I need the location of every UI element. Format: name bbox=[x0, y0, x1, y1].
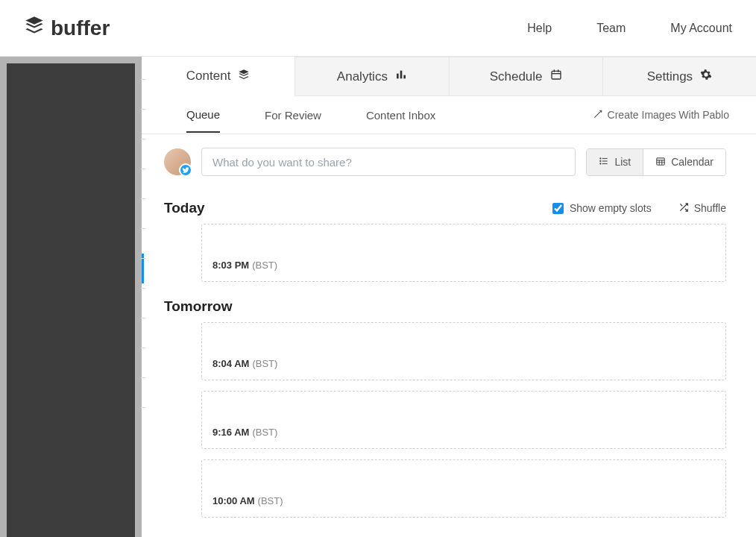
queue-slot[interactable]: 9:16 AM (BST) bbox=[201, 391, 726, 449]
show-empty-slots-label: Show empty slots bbox=[570, 202, 652, 214]
subtab-queue[interactable]: Queue bbox=[186, 98, 220, 133]
tab-schedule-label: Schedule bbox=[490, 69, 543, 84]
top-nav: Help Team My Account bbox=[527, 22, 732, 35]
svg-rect-12 bbox=[602, 163, 608, 164]
calendar-grid-icon bbox=[655, 156, 666, 169]
composer-row: List Calendar bbox=[142, 134, 756, 189]
nav-help[interactable]: Help bbox=[527, 22, 552, 35]
day-controls: Show empty slots Shuffle bbox=[552, 202, 726, 215]
view-calendar-label: Calendar bbox=[671, 156, 714, 168]
tab-content[interactable]: Content bbox=[142, 57, 294, 96]
content-subtabs: Queue For Review Content Inbox Create Im… bbox=[142, 96, 756, 134]
main-tabs: Content Analytics Schedule Settings bbox=[142, 57, 756, 96]
slot-timezone: (BST) bbox=[258, 495, 283, 506]
tab-content-label: Content bbox=[186, 69, 231, 84]
slot-time: 8:03 PM bbox=[212, 260, 249, 271]
stack-icon bbox=[238, 69, 250, 84]
brand-name: buffer bbox=[51, 16, 110, 40]
accounts-list-placeholder bbox=[7, 63, 135, 537]
list-icon bbox=[599, 156, 609, 169]
view-toggle: List Calendar bbox=[586, 148, 726, 176]
avatar[interactable] bbox=[164, 148, 191, 175]
svg-rect-5 bbox=[553, 69, 554, 72]
queue-body: Today Show empty slots Shuffle 8:03 PM bbox=[142, 189, 756, 537]
twitter-badge-icon bbox=[179, 163, 192, 177]
svg-rect-0 bbox=[397, 74, 399, 79]
svg-rect-13 bbox=[657, 158, 665, 165]
day-title: Tomorrow bbox=[164, 298, 232, 315]
slot-time: 9:16 AM bbox=[212, 427, 249, 438]
tab-settings-label: Settings bbox=[647, 69, 693, 84]
svg-rect-3 bbox=[552, 71, 561, 79]
buffer-logo-icon bbox=[24, 15, 45, 41]
svg-rect-1 bbox=[400, 71, 403, 79]
shuffle-icon bbox=[678, 202, 689, 215]
pablo-label: Create Images With Pablo bbox=[608, 109, 729, 121]
queue-slot[interactable]: 8:04 AM (BST) bbox=[201, 322, 726, 380]
shuffle-button[interactable]: Shuffle bbox=[678, 202, 726, 215]
slot-timezone: (BST) bbox=[252, 427, 277, 438]
gear-icon bbox=[700, 69, 712, 84]
composer-input[interactable] bbox=[201, 148, 576, 176]
view-list-button[interactable]: List bbox=[587, 149, 643, 175]
tab-analytics-label: Analytics bbox=[337, 69, 388, 84]
queue-slot[interactable]: 10:00 AM (BST) bbox=[201, 459, 726, 518]
top-header: buffer Help Team My Account bbox=[0, 0, 756, 57]
day-title: Today bbox=[164, 200, 205, 216]
wand-icon bbox=[593, 109, 603, 122]
tab-settings[interactable]: Settings bbox=[602, 57, 756, 95]
svg-rect-10 bbox=[602, 160, 608, 161]
slot-timezone: (BST) bbox=[252, 358, 277, 369]
slot-time: 8:04 AM bbox=[212, 358, 249, 369]
show-empty-slots-checkbox[interactable] bbox=[552, 203, 564, 214]
svg-point-11 bbox=[600, 163, 602, 164]
day-header-tomorrow: Tomorrow bbox=[164, 298, 726, 315]
bar-chart-icon bbox=[395, 69, 407, 84]
day-header-today: Today Show empty slots Shuffle bbox=[164, 200, 726, 216]
tab-schedule[interactable]: Schedule bbox=[449, 57, 602, 95]
nav-team[interactable]: Team bbox=[596, 22, 626, 35]
view-calendar-button[interactable]: Calendar bbox=[643, 149, 725, 175]
svg-rect-8 bbox=[602, 158, 608, 159]
account-separators bbox=[141, 79, 145, 408]
brand-logo[interactable]: buffer bbox=[24, 15, 110, 41]
view-list-label: List bbox=[614, 156, 631, 168]
svg-point-9 bbox=[600, 160, 602, 161]
show-empty-slots-toggle[interactable]: Show empty slots bbox=[552, 202, 652, 214]
shuffle-label: Shuffle bbox=[694, 202, 726, 214]
subtab-for-review[interactable]: For Review bbox=[265, 98, 321, 132]
queue-slot[interactable]: 8:03 PM (BST) bbox=[201, 224, 726, 282]
calendar-icon bbox=[550, 69, 562, 84]
svg-point-7 bbox=[600, 157, 602, 159]
tab-analytics[interactable]: Analytics bbox=[294, 57, 448, 95]
accounts-sidebar bbox=[0, 57, 142, 537]
slot-timezone: (BST) bbox=[252, 260, 277, 271]
slot-time: 10:00 AM bbox=[212, 495, 255, 506]
nav-my-account[interactable]: My Account bbox=[670, 22, 732, 35]
subtab-content-inbox[interactable]: Content Inbox bbox=[366, 98, 435, 132]
svg-rect-6 bbox=[558, 69, 558, 72]
pablo-link[interactable]: Create Images With Pablo bbox=[593, 109, 729, 122]
main-panel: Content Analytics Schedule Settings bbox=[142, 57, 756, 537]
svg-rect-2 bbox=[403, 75, 406, 79]
